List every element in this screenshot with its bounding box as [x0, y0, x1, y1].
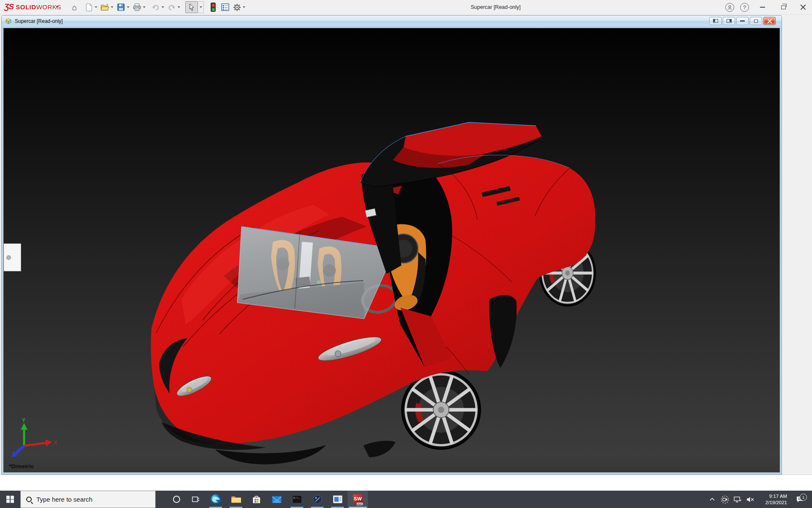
doc-restore-button[interactable] [750, 17, 762, 25]
undo-button[interactable] [150, 2, 161, 13]
main-title-bar: ƷS SOLID WORKS ▸ ⌂ [0, 0, 812, 15]
taskbar-app-reader-app[interactable] [327, 491, 348, 508]
clock-time: 9:17 AM [759, 493, 787, 500]
windows-logo-icon [6, 496, 14, 503]
taskbar-app-file-explorer[interactable] [226, 491, 246, 508]
graphics-viewport[interactable]: Y X *Dimetric [3, 28, 780, 472]
document-title: Supercar [Read-only] [15, 18, 63, 24]
meet-now-icon [721, 495, 729, 504]
doc-minimize-icon [740, 20, 745, 22]
rebuild-traffic-light-icon [211, 3, 216, 12]
clock[interactable]: 9:17 AM 2/19/2021 [759, 493, 787, 506]
solidworks-logo: ƷS SOLID WORKS [4, 2, 61, 11]
taskbar-app-hexagon-app[interactable] [307, 491, 327, 508]
doc-minimize-button[interactable] [736, 17, 749, 25]
user-icon [727, 5, 732, 10]
taskbar-app-mail[interactable] [266, 491, 287, 508]
volume-muted-icon [746, 496, 754, 503]
print-caret[interactable] [143, 6, 145, 8]
start-button[interactable] [0, 491, 20, 508]
save-caret[interactable] [127, 6, 129, 8]
status-bar [0, 475, 812, 491]
minimize-button[interactable] [755, 3, 770, 11]
redo-button[interactable] [166, 2, 177, 13]
task-view-icon [192, 495, 200, 503]
volume-button[interactable] [744, 496, 757, 503]
taskbar-app-command-prompt[interactable]: C:\_ [287, 491, 307, 508]
settings-caret[interactable] [243, 6, 245, 8]
solidworks-2021-icon: SW 2021 [352, 494, 364, 505]
properties-list-icon [221, 3, 229, 11]
select-tool[interactable] [185, 1, 204, 13]
redo-caret[interactable] [178, 6, 180, 8]
document-frame: Y X *Dimetric [2, 26, 782, 474]
assembly-document-icon [5, 18, 12, 25]
task-view-button[interactable] [186, 491, 205, 508]
taskbar-search-input[interactable]: Type here to search [20, 491, 156, 508]
options-list-button[interactable] [219, 2, 230, 13]
taskbar-app-edge[interactable] [206, 491, 226, 508]
settings-button[interactable] [231, 2, 242, 13]
save-button[interactable] [115, 2, 126, 13]
window-title: Supercar [Read-only] [471, 4, 521, 10]
svg-text:C:\_: C:\_ [294, 497, 300, 500]
open-button[interactable] [99, 2, 110, 13]
help-button[interactable]: ? [740, 3, 749, 12]
doc-restore-icon [754, 19, 758, 23]
panel-tab-handle-icon [6, 255, 11, 260]
meet-now-button[interactable] [719, 495, 731, 504]
home-icon: ⌂ [72, 3, 77, 11]
restore-button[interactable] [776, 3, 791, 12]
select-tool-caret[interactable] [198, 1, 204, 13]
action-center-button[interactable]: 1 [790, 495, 809, 503]
document-window: Supercar [Read-only] [1, 15, 782, 475]
feature-panel-tab[interactable] [4, 243, 21, 271]
desktop: ƷS SOLID WORKS ▸ ⌂ [0, 0, 812, 508]
doc-close-button[interactable] [763, 17, 776, 25]
restore-icon [781, 6, 786, 9]
cortana-button[interactable] [167, 491, 186, 508]
open-icon [101, 3, 110, 11]
hexagon-app-icon [312, 494, 323, 505]
reference-triad: Y X [10, 418, 60, 460]
tray-chevron-button[interactable] [706, 497, 719, 502]
account-button[interactable] [725, 3, 734, 12]
close-button[interactable] [797, 3, 809, 12]
edge-icon [210, 494, 222, 505]
minimize-icon [760, 7, 765, 8]
new-document-button[interactable] [83, 2, 94, 13]
home-button[interactable]: ⌂ [69, 2, 80, 13]
right-lower-intake [363, 441, 395, 457]
logo-flyout-arrow[interactable]: ▸ [56, 4, 59, 9]
print-icon [133, 3, 141, 11]
mail-icon [271, 494, 283, 505]
print-button[interactable] [132, 2, 143, 13]
pane-right-icon [727, 19, 732, 23]
network-button[interactable] [731, 496, 744, 503]
store-icon [251, 494, 262, 505]
open-caret[interactable] [111, 6, 113, 8]
rebuild-button[interactable] [208, 2, 219, 13]
doc-pane-left-button[interactable] [709, 17, 721, 25]
new-document-caret[interactable] [95, 6, 97, 8]
select-tool-button[interactable] [185, 1, 198, 13]
document-title-bar[interactable]: Supercar [Read-only] [2, 16, 782, 26]
notification-badge: 1 [800, 494, 807, 501]
car-model-3d[interactable] [4, 28, 780, 472]
undo-caret[interactable] [162, 6, 164, 8]
title-bar-controls: ? [725, 0, 809, 14]
front-wheel[interactable] [402, 370, 480, 449]
save-icon [117, 3, 125, 11]
reader-app-icon [332, 494, 343, 505]
gear-icon [233, 3, 241, 11]
cortana-icon [173, 496, 180, 503]
doc-pane-right-button[interactable] [723, 17, 735, 25]
doc-close-icon [767, 19, 772, 24]
view-orientation-label: *Dimetric [9, 463, 34, 469]
pane-left-icon [713, 19, 718, 23]
taskbar-app-store[interactable] [246, 491, 266, 508]
taskbar-app-solidworks-2021[interactable]: SW 2021 [348, 491, 368, 508]
triad-x-label: X [54, 440, 57, 446]
close-icon [800, 4, 806, 10]
taskbar-apps: C:\_ SW 2021 [206, 491, 368, 508]
